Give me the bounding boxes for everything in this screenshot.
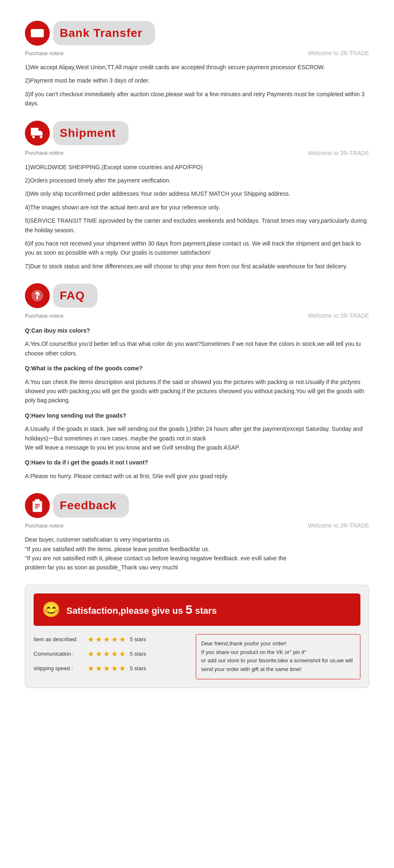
shipment-welcome: Welcome to 2R-TRADE [308,149,369,158]
faq-subtitle-row: Purchase notice Welcome to 2R-TRADE [25,311,369,320]
question-icon: ? [30,289,44,303]
bank-transfer-title: Bank Transfer [60,24,143,42]
star-1-3: ★ [103,634,110,645]
faq-purchase-notice: Purchase notice [25,312,63,320]
feedback-text: Dear buyer, customer satisficatian is ve… [25,535,369,572]
faq-item-3: Q:Haev long sending out the goads? A:Usu… [25,411,369,452]
svg-rect-2 [32,34,34,35]
svg-point-5 [40,135,43,138]
faq-item-2: Q:What is the packing of the goods come?… [25,364,369,405]
shipment-title: Shipment [60,124,116,142]
feedback-header: Feedback [25,493,369,518]
bank-transfer-subtitle-row: Purchase notice Welcome to 2R-TRADE [25,49,369,58]
shipment-icon-circle [25,121,50,146]
stars-row-1: Item as described: ★ ★ ★ ★ ★ 5 stars [34,634,187,645]
faq-a3: A:Usually. if the goads in stack. }we wi… [25,424,369,452]
stars-count-2: 5 stars [130,650,146,658]
satisfaction-after: stars [195,605,217,616]
truck-icon [30,126,44,140]
faq-a1: A:Yes.Of course!But you'd better tell us… [25,339,369,358]
faq-item-1: Q:Can ibuy mix colors? A:Yes.Of course!B… [25,326,369,358]
bank-transfer-purchase-notice: Purchase notice [25,49,63,58]
shipment-p6: 6)If you hace not received your shipment… [25,239,369,258]
feedback-purchase-notice: Purchase notice [25,522,63,530]
star-1-4: ★ [111,634,118,645]
star-3-4: ★ [111,663,118,674]
stars-icons-1: ★ ★ ★ ★ ★ [88,634,126,645]
bank-transfer-p1: 1)We accept Alipay,West Union,TT.All maj… [25,63,369,72]
star-2-1: ★ [88,649,94,660]
page-wrapper: Bank Transfer Purchase notice Welcome to… [0,0,394,696]
bank-transfer-header: Bank Transfer [25,21,369,46]
feedback-title-bg: Feedback [53,494,129,518]
stars-icons-2: ★ ★ ★ ★ ★ [88,649,126,660]
feedback-subtitle-row: Purchase notice Welcome to 2R-TRADE [25,521,369,530]
feedback-welcome: Welcome to 2R-TRADE [308,521,369,530]
star-2-4: ★ [111,649,118,660]
shipment-p5: 5)SERVICE TRANSIT TIME isprovided by the… [25,216,369,235]
bank-transfer-content: 1)We accept Alipay,West Union,TT.All maj… [25,63,369,108]
star-3-2: ★ [95,663,102,674]
faq-q2: Q:What is the packing of the goods come? [25,364,369,373]
svg-rect-8 [37,295,38,299]
faq-header: ? FAQ [25,283,369,308]
star-3-3: ★ [103,663,110,674]
satisfaction-banner: 😊 Satisfaction,please give us 5 stars [34,593,360,626]
shipment-p4: 4)The images shown are not the actual it… [25,203,369,212]
shipment-purchase-notice: Purchase notice [25,149,63,157]
star-2-5: ★ [119,649,126,660]
svg-rect-10 [35,499,39,502]
feedback-content: Dear buyer, customer satisficatian is ve… [25,535,369,572]
stars-label-2: Communication : [34,650,88,658]
star-3-5: ★ [119,663,126,674]
star-2-2: ★ [95,649,102,660]
shipment-p2: 2)Orders processed timely after the paym… [25,176,369,185]
faq-icon-circle: ? [25,283,50,308]
svg-point-4 [32,135,35,138]
shipment-content: 1)WORLDWIDE SHEIPPING.(Except some count… [25,163,369,271]
stars-count-3: 5 stars [130,664,146,673]
shipment-title-bg: Shipment [53,121,129,145]
star-1-1: ★ [88,634,94,645]
shipment-p7: 7)Due to stock status and time differenc… [25,262,369,271]
star-1-2: ★ [95,634,102,645]
feedback-icon-circle [25,493,50,518]
shipment-subtitle-row: Purchase notice Welcome to 2R-TRADE [25,149,369,158]
star-2-3: ★ [103,649,110,660]
stars-row-2: Communication : ★ ★ ★ ★ ★ 5 stars [34,649,187,660]
faq-q3: Q:Haev long sending out the goads? [25,411,369,420]
svg-rect-0 [31,29,44,37]
satisfaction-emoji: 😊 [42,598,61,621]
bank-transfer-icon [25,21,50,46]
stars-count-1: 5 stars [130,635,146,644]
shipment-header: Shipment [25,121,369,146]
faq-q4: Q:Haev to da if i get the goads it not I… [25,458,369,467]
faq-a4: A:Please no hurry. Please contact with u… [25,472,369,481]
stars-icons-3: ★ ★ ★ ★ ★ [88,663,126,674]
faq-item-4: Q:Haev to da if i get the goads it not I… [25,458,369,481]
satisfaction-five: 5 [185,603,192,616]
faq-q1: Q:Can ibuy mix colors? [25,326,369,335]
bank-transfer-p3: 3)If you can't checkout immediately afte… [25,90,369,108]
feedback-title: Feedback [60,497,117,514]
shipment-p3: 3)We only ship toconfirmed prder address… [25,189,369,198]
faq-content: Q:Can ibuy mix colors? A:Yes.Of course!B… [25,326,369,481]
stars-row-3: shipping speed : ★ ★ ★ ★ ★ 5 stars [34,663,187,674]
stars-section: Item as described: ★ ★ ★ ★ ★ 5 stars Com… [34,634,187,679]
satisfaction-bottom: Item as described: ★ ★ ★ ★ ★ 5 stars Com… [34,634,360,679]
credit-card-icon [30,26,44,40]
bank-transfer-title-bg: Bank Transfer [53,21,155,45]
faq-a2: A:You can check the items description an… [25,377,369,405]
satisfaction-before: Satisfaction,please give us [66,605,183,616]
stars-label-1: Item as described: [34,635,88,644]
satisfaction-box: 😊 Satisfaction,please give us 5 stars It… [25,585,369,688]
faq-title: FAQ [60,287,85,304]
svg-rect-3 [36,34,38,35]
dear-friend-text: Dear friend,thank youfor your order! If … [201,640,353,672]
star-3-1: ★ [88,663,94,674]
bank-transfer-welcome: Welcome to 2R-TRADE [308,49,369,58]
satisfaction-text: Satisfaction,please give us 5 stars [66,600,217,619]
stars-label-3: shipping speed : [34,664,88,673]
clipboard-icon [30,498,44,513]
faq-welcome: Welcome to 2R-TRADE [308,311,369,320]
